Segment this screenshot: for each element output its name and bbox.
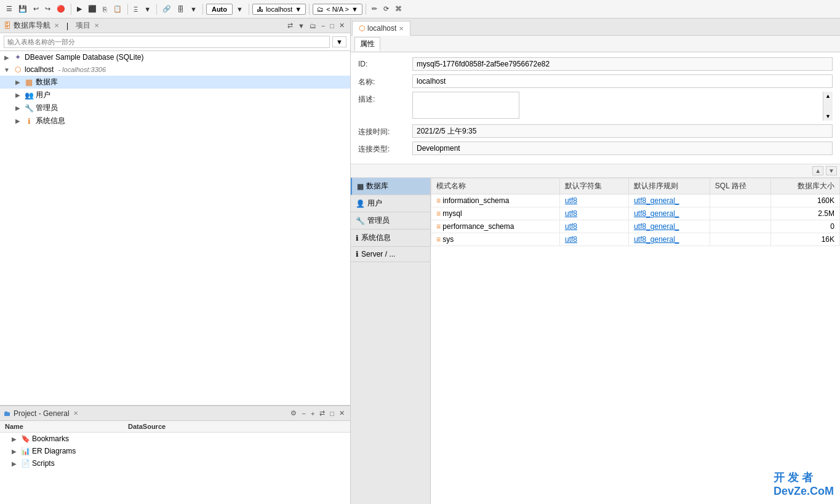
toolbar-btn-arrow2[interactable]: ▼ [188, 4, 199, 15]
toolbar-btn-5[interactable]: 🔴 [54, 3, 68, 15]
prop-value-name[interactable] [412, 74, 833, 88]
cell-charset-0[interactable]: utf8 [559, 194, 628, 207]
toolbar-host-label[interactable]: localhost [266, 6, 292, 13]
tree-item-databases[interactable]: ▶ ▦ 数据库 [0, 76, 350, 89]
cell-charset-2[interactable]: utf8 [559, 220, 628, 233]
tree-label-sqlite: DBeaver Sample Database (SQLite) [25, 53, 143, 62]
table-header-row: 模式名称 默认字符集 默认排序规则 SQL 路径 数据库大小 [431, 178, 840, 194]
navigator-sync-btn[interactable]: ⇄ [286, 21, 295, 30]
cell-collation-0[interactable]: utf8_general_ [629, 194, 710, 207]
project-item-bookmarks[interactable]: ▶ 🔖 Bookmarks [0, 433, 350, 445]
toolbar-misc-btn[interactable]: ⌘ [393, 3, 404, 15]
scroll-up-icon[interactable]: ▲ [825, 93, 831, 99]
cell-charset-1[interactable]: utf8 [559, 207, 628, 220]
navigator-db-icon: 🗄 [4, 22, 11, 30]
navigator-expand-btn[interactable]: □ [328, 22, 336, 30]
project-col-name: Name [2, 422, 126, 431]
table-row[interactable]: ≡ performance_schema utf8 utf8_general_ … [431, 220, 840, 233]
tree-expand-bookmarks[interactable]: ▶ [10, 436, 18, 442]
tree-expand-sysinfo[interactable]: ▶ [14, 118, 22, 124]
db-nav-server[interactable]: ℹ Server / ... [351, 247, 430, 262]
toolbar-na-label[interactable]: < N/A > [326, 6, 349, 13]
tree-item-users[interactable]: ▶ 👥 用户 [0, 89, 350, 102]
cell-charset-3[interactable]: utf8 [559, 233, 628, 246]
toolbar-btn-1[interactable]: ☰ [4, 3, 15, 15]
toolbar-auto-label[interactable]: Auto [206, 4, 233, 15]
navigator-collapse-btn[interactable]: − [319, 22, 327, 30]
toolbar-btn-stop[interactable]: ⬛ [86, 3, 99, 15]
tree-item-admin[interactable]: ▶ 🔧 管理员 [0, 102, 350, 114]
project-plus-btn[interactable]: + [309, 409, 316, 418]
scroll-up-btn[interactable]: ▲ [812, 166, 823, 175]
project-tab-close-icon[interactable]: ✕ [94, 22, 99, 29]
tree-expand-scripts[interactable]: ▶ [10, 460, 18, 467]
toolbar-btn-link[interactable]: 🔗 [160, 3, 174, 15]
project-item-er[interactable]: ▶ 📊 ER Diagrams [0, 445, 350, 457]
scroll-down-btn[interactable]: ▼ [826, 166, 837, 175]
toolbar-auto-dropdown[interactable]: ▼ [234, 4, 246, 15]
db-nav-users-label: 用户 [367, 198, 382, 209]
toolbar-btn-undo[interactable]: ↩ [31, 3, 41, 15]
navigator-arrow-btn[interactable]: ▼ [296, 22, 306, 30]
cell-sqlpath-3 [710, 233, 770, 246]
toolbar-btn-db[interactable]: 🗄 [175, 4, 186, 15]
tree-expand-admin[interactable]: ▶ [14, 105, 22, 111]
db-nav-admin[interactable]: 🔧 管理员 [351, 212, 430, 230]
tree-area: ▶ ✦ DBeaver Sample Database (SQLite) ▼ ⬡… [0, 51, 350, 405]
toolbar-arrow-btn[interactable]: ⟳ [381, 3, 391, 15]
tree-expand-localhost[interactable]: ▼ [2, 66, 11, 73]
db-nav-sysinfo[interactable]: ℹ 系统信息 [351, 230, 430, 247]
db-nav-databases[interactable]: ▦ 数据库 [351, 178, 430, 195]
toolbar-btn-redo[interactable]: ↪ [42, 3, 53, 15]
tree-expand-er[interactable]: ▶ [10, 448, 18, 455]
project-section: 🖿 Project - General ✕ ⚙ − + ⇄ □ ✕ Name D… [0, 406, 350, 504]
table-row[interactable]: ≡ information_schema utf8 utf8_general_ … [431, 194, 840, 207]
toolbar-na-dropdown[interactable]: ▼ [351, 6, 358, 13]
toolbar-btn-paste[interactable]: 📋 [111, 3, 124, 15]
prop-value-connect-time[interactable] [412, 124, 833, 138]
toolbar-host-dropdown[interactable]: ▼ [295, 6, 302, 13]
toolbar-btn-sql[interactable]: Ξ [131, 4, 140, 15]
scroll-down-icon[interactable]: ▼ [825, 113, 831, 119]
cell-collation-3[interactable]: utf8_general_ [629, 233, 710, 246]
db-nav-users[interactable]: 👤 用户 [351, 195, 430, 212]
tree-sublabel-localhost: - localhost:3306 [58, 66, 106, 73]
project-item-scripts[interactable]: ▶ 📄 Scripts [0, 457, 350, 470]
prop-value-connect-type[interactable] [412, 142, 833, 155]
tree-item-sysinfo[interactable]: ▶ ℹ 系统信息 [0, 114, 350, 127]
toolbar-btn-run[interactable]: ▶ [74, 3, 84, 15]
navigator-project-btn[interactable]: 🗂 [308, 22, 318, 30]
main-tab-close[interactable]: ✕ [399, 25, 404, 32]
navigator-tab-close-icon[interactable]: ✕ [54, 22, 59, 29]
project-close-icon[interactable]: ✕ [73, 410, 78, 417]
properties-tab[interactable]: 属性 [354, 37, 380, 51]
cell-collation-2[interactable]: utf8_general_ [629, 220, 710, 233]
project-x-btn[interactable]: ✕ [337, 409, 346, 418]
main-tab-label: localhost [367, 24, 396, 33]
project-minus-btn[interactable]: − [300, 409, 307, 418]
toolbar-btn-save[interactable]: 💾 [16, 3, 30, 15]
project-gear-btn[interactable]: ⚙ [289, 409, 298, 418]
navigator-close-btn[interactable]: ✕ [337, 21, 346, 30]
search-filter-btn[interactable]: ▼ [332, 36, 346, 47]
prop-row-id: ID: [358, 57, 833, 71]
prop-value-desc[interactable] [412, 92, 519, 119]
prop-value-id[interactable] [412, 57, 833, 71]
cell-collation-1[interactable]: utf8_general_ [629, 207, 710, 220]
table-row[interactable]: ≡ sys utf8 utf8_general_ 16K [431, 233, 840, 246]
search-input[interactable] [4, 36, 330, 48]
project-square-btn[interactable]: □ [328, 409, 336, 418]
tree-item-sqlite[interactable]: ▶ ✦ DBeaver Sample Database (SQLite) [0, 51, 350, 63]
tree-expand-users[interactable]: ▶ [14, 92, 22, 98]
project-tab-label[interactable]: 项目 [76, 20, 90, 31]
tree-item-localhost[interactable]: ▼ ⬡ localhost - localhost:3306 [0, 63, 350, 76]
table-row[interactable]: ≡ mysql utf8 utf8_general_ 2.5M [431, 207, 840, 220]
tree-expand-sqlite[interactable]: ▶ [2, 54, 11, 61]
tree-expand-databases[interactable]: ▶ [14, 79, 22, 86]
toolbar-btn-arrow[interactable]: ▼ [142, 4, 153, 15]
project-link-btn[interactable]: ⇄ [318, 409, 327, 418]
admin-icon: 🔧 [24, 103, 34, 113]
toolbar-pen-btn[interactable]: ✏ [369, 3, 380, 15]
main-tab[interactable]: ⬡ localhost ✕ [352, 21, 410, 36]
toolbar-btn-copy[interactable]: ⎘ [100, 4, 110, 15]
